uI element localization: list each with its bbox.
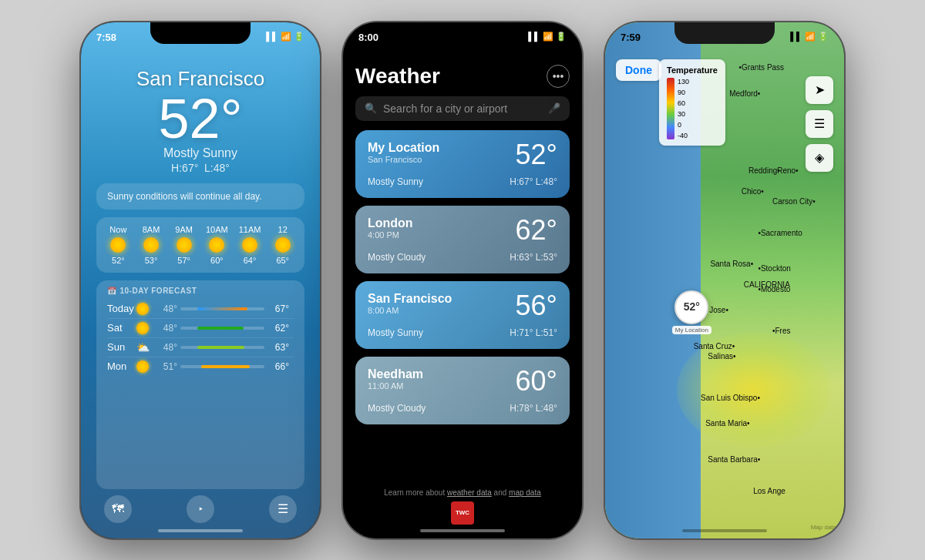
- city-card-needham[interactable]: Needham 11:00 AM 60° Mostly Cloudy H:78°…: [355, 357, 570, 424]
- sun-icon-12pm: [275, 237, 291, 253]
- phone2-footer: Learn more about weather data and map da…: [355, 488, 570, 531]
- hour-12pm: 12 65°: [267, 225, 298, 265]
- sun-icon-9am: [177, 237, 192, 253]
- list-view-button[interactable]: ☰: [806, 110, 833, 138]
- sun-icon-8am: [143, 237, 159, 253]
- phone2: 8:00 ▌▌ 📶 🔋 Weather ••• 🔍 Search for a c…: [343, 22, 582, 538]
- city-card-san-francisco[interactable]: San Francisco 8:00 AM 56° Mostly Sunny H…: [355, 281, 570, 349]
- card-hl-my-location: H:67° L:48°: [510, 176, 557, 187]
- hour-10am: 10AM 60°: [201, 225, 233, 265]
- card-cond-my-location: Mostly Sunny: [368, 176, 423, 187]
- phone3-toolbar: ➤ ☰ ◈: [806, 76, 833, 172]
- location-button[interactable]: ‣: [187, 495, 214, 523]
- label-reno: Reno•: [777, 166, 798, 175]
- label-california: CALIFORNIA: [744, 280, 790, 289]
- card-time-san-francisco: 8:00 AM: [368, 306, 452, 315]
- card-cond-london: Mostly Cloudy: [368, 252, 426, 263]
- phone2-header: Weather •••: [355, 64, 570, 89]
- legend-title: Temperature: [667, 65, 718, 75]
- home-indicator: [158, 529, 243, 532]
- location-name-label: My Location: [672, 326, 711, 334]
- card-content-my-location: My Location San Francisco 52° Mostly Sun…: [368, 141, 557, 187]
- label-sacramento: •Sacramento: [758, 229, 802, 237]
- card-hl-san-francisco: H:71° L:51°: [510, 327, 557, 338]
- notch: [150, 22, 251, 44]
- home-indicator-3: [682, 529, 767, 532]
- legend-color-bar: [667, 78, 674, 139]
- card-name-london: London: [368, 216, 413, 230]
- card-time-london: 4:00 PM: [368, 230, 413, 240]
- card-sub-my-location: San Francisco: [368, 155, 439, 164]
- location-arrow-button[interactable]: ➤: [806, 76, 833, 104]
- forecast-sat: Sat 48° 62°: [107, 319, 294, 338]
- weather-data-link[interactable]: weather data: [447, 488, 492, 497]
- label-grants-pass: •Grants Pass: [739, 63, 785, 72]
- phone3-status-icons: ▌▌ 📶 🔋: [790, 32, 829, 42]
- card-time-needham: 11:00 AM: [368, 381, 423, 391]
- phone3-time: 7:59: [621, 32, 641, 43]
- label-salinas: Salinas•: [708, 352, 735, 360]
- hour-11am: 11AM 64°: [234, 225, 266, 265]
- weather-channel-logo: TWC: [451, 501, 474, 525]
- sun-icon-11am: [242, 237, 257, 253]
- label-santa-maria: Santa Maria•: [705, 419, 749, 428]
- notch2: [412, 22, 513, 44]
- done-button[interactable]: Done: [616, 59, 661, 81]
- phone1-time: 7:58: [96, 32, 116, 43]
- phone1-screen: 7:58 ▌▌ 📶 🔋 San Francisco 52° Mostly Sun…: [81, 22, 320, 538]
- map-data-link[interactable]: map data: [509, 488, 541, 497]
- label-medford: Medford•: [729, 89, 760, 98]
- notch3: [674, 22, 775, 44]
- hour-9am: 9AM 57°: [168, 225, 200, 265]
- phone1: 7:58 ▌▌ 📶 🔋 San Francisco 52° Mostly Sun…: [81, 22, 320, 538]
- card-name-san-francisco: San Francisco: [368, 292, 452, 306]
- legend-labels: 130 90 60 30 0 -40: [678, 78, 689, 139]
- card-name-needham: Needham: [368, 367, 423, 381]
- label-fresno: •Fres: [772, 327, 791, 335]
- forecast-today: Today 48° 67°: [107, 300, 294, 319]
- ellipsis-button[interactable]: •••: [547, 65, 570, 88]
- phone1-high-low: H:67° L:48°: [96, 162, 304, 174]
- forecast-header: 📅 10-DAY FORECAST: [107, 287, 294, 295]
- label-redding: Redding•: [748, 166, 780, 175]
- label-los-angeles: Los Ange: [753, 487, 785, 495]
- map-credit: Map data: [811, 524, 836, 531]
- home-indicator-2: [420, 529, 505, 532]
- mic-icon: 🎤: [548, 102, 560, 114]
- map-button[interactable]: 🗺: [104, 495, 132, 523]
- card-content-needham: Needham 11:00 AM 60° Mostly Cloudy H:78°…: [368, 367, 557, 414]
- hour-8am: 8AM 53°: [136, 225, 167, 265]
- legend-bar-wrap: 130 90 60 30 0 -40: [667, 78, 718, 139]
- list-button[interactable]: ☰: [269, 495, 297, 523]
- city-card-my-location[interactable]: My Location San Francisco 52° Mostly Sun…: [355, 130, 570, 198]
- label-carson-city: Carson City•: [772, 197, 816, 206]
- card-cond-san-francisco: Mostly Sunny: [368, 327, 423, 338]
- phone1-city: San Francisco: [96, 67, 304, 91]
- phone2-status-icons: ▌▌ 📶 🔋: [528, 32, 567, 42]
- phone1-condition: Mostly Sunny: [96, 146, 304, 160]
- layers-button[interactable]: ◈: [806, 144, 833, 172]
- location-marker: 52° My Location: [672, 290, 711, 334]
- forecast-sun-sat: [136, 322, 149, 334]
- sun-icon-now: [110, 237, 126, 253]
- label-santa-rosa: Santa Rosa•: [710, 260, 753, 268]
- label-san-luis-obispo: San Luis Obispo•: [701, 394, 760, 402]
- label-santa-barbara: Santa Barbara•: [708, 455, 760, 464]
- forecast-sun-today: [136, 303, 149, 315]
- card-temp-san-francisco: 56°: [516, 292, 557, 320]
- search-bar[interactable]: 🔍 Search for a city or airport 🎤: [355, 96, 570, 121]
- hour-now: Now 52°: [103, 225, 134, 265]
- phone2-title: Weather: [355, 64, 440, 89]
- card-name-my-location: My Location: [368, 141, 439, 155]
- phone1-content: San Francisco 52° Mostly Sunny H:67° L:4…: [81, 56, 320, 538]
- search-icon: 🔍: [365, 102, 377, 114]
- phone2-screen: 8:00 ▌▌ 📶 🔋 Weather ••• 🔍 Search for a c…: [343, 22, 582, 538]
- city-card-london[interactable]: London 4:00 PM 62° Mostly Cloudy H:63° L…: [355, 206, 570, 273]
- phone3: •Grants Pass Medford• Redding• Reno• Car…: [605, 22, 844, 538]
- forecast-sun: Sun ⛅ 48° 63°: [107, 338, 294, 357]
- label-chico: Chico•: [742, 187, 764, 196]
- phone1-forecast: 📅 10-DAY FORECAST Today 48° 67° Sat: [96, 280, 304, 489]
- label-stockton: •Stockton: [758, 264, 790, 273]
- phone1-status-icons: ▌▌ 📶 🔋: [266, 32, 304, 42]
- phone3-screen: •Grants Pass Medford• Redding• Reno• Car…: [605, 22, 844, 538]
